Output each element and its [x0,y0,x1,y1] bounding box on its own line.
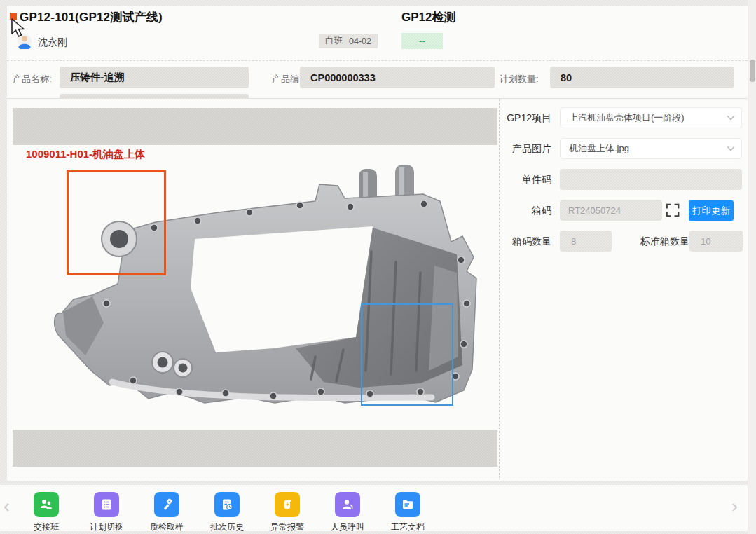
plan-qty-label: 计划数量: [500,73,539,85]
annotation-box-blue [361,303,453,406]
chevron-down-icon [727,115,735,121]
alarm-icon [275,492,300,517]
toolbar-label: 质检取样 [150,521,184,533]
station-title: GP12-101(GP12测试产线) [20,9,163,25]
status-badge: -- [401,33,443,49]
handover-people-icon [34,492,59,517]
toolbar-label: 批次历史 [210,521,244,533]
gp12-inspection-screen: GP12-101(GP12测试产线) GP12检测 沈永刚 白班 04-02 -… [0,0,756,534]
box-qty-input[interactable]: 8 [560,231,612,252]
main-area: 1009011-H01-机油盘上体 [7,99,748,479]
user-name: 沈永刚 [38,36,67,49]
std-box-qty-input[interactable]: 10 [689,231,743,252]
shift-label: 白班 [325,35,343,47]
print-update-button[interactable]: 打印更新 [689,200,734,221]
person-call-icon [335,492,360,517]
sampling-tool-icon [154,492,179,517]
scrollbar-thumb[interactable] [750,60,755,82]
project-value: 上汽机油盘壳体项目(一阶段) [569,111,685,124]
product-image-panel: 1009011-H01-机油盘上体 [7,99,500,479]
product-image-label: 产品图片 [500,143,551,156]
product-image-row: 产品图片 机油盘上体.jpg [500,138,748,159]
unit-code-row: 单件码 [500,169,748,190]
product-code-value: CP000000333 [310,72,376,83]
product-name-label: 产品名称: [13,73,52,85]
project-row: GP12项目 上汽机油盘壳体项目(一阶段) [500,107,748,128]
product-name-input[interactable]: 压铸件-追溯 [60,67,249,88]
shift-date: 04-02 [349,36,371,46]
toolbar-item-quality-sampling[interactable]: 质检取样 [146,492,188,533]
toolbar-items: 交接班 计划切换 [25,492,429,533]
project-label: GP12项目 [500,112,551,125]
box-qty-label: 箱码数量 [500,235,551,248]
part-number-label: 1009011-H01-机油盘上体 [26,148,145,161]
toolbar-scroll-right-icon[interactable]: › [731,493,738,519]
toolbar-label: 计划切换 [90,521,123,533]
toolbar-item-plan-switch[interactable]: 计划切换 [85,492,128,533]
chevron-down-icon [727,146,735,151]
toolbar-item-process-document[interactable]: 工艺文档 [387,492,429,533]
content-panel: GP12-101(GP12测试产线) GP12检测 沈永刚 白班 04-02 -… [7,6,748,481]
toolbar-label: 交接班 [34,521,59,533]
vertical-scrollbar[interactable] [748,0,756,534]
project-select[interactable]: 上汽机油盘壳体项目(一阶段) [560,107,742,128]
toolbar-scroll-left-icon[interactable]: ‹ [4,493,10,519]
product-form-row: 产品名称: 压铸件-追溯 产品编号: CP000000333 计划数量: 80 [7,61,748,99]
toolbar-label: 人员呼叫 [331,521,364,533]
product-code-input[interactable]: CP000000333 [300,67,495,88]
std-box-qty-value: 10 [701,236,710,247]
product-image-select[interactable]: 机油盘上体.jpg [560,138,742,159]
clipped-input [60,94,249,99]
toolbar-item-shift-handover[interactable]: 交接班 [25,492,67,533]
mouse-cursor-icon [11,18,27,39]
box-code-value: RT24050724 [568,205,621,216]
toolbar-label: 异常报警 [270,521,304,533]
unit-code-label: 单件码 [500,174,551,186]
scan-frame-icon[interactable] [665,203,680,218]
shift-badge: 白班 04-02 [319,34,378,48]
toolbar-label: 工艺文档 [391,521,425,533]
footer-toolbar: ‹ › 交接班 [0,485,748,531]
product-image-value: 机油盘上体.jpg [569,142,629,155]
toolbar-item-abnormal-alarm[interactable]: 异常报警 [266,492,308,533]
page-title: GP12检测 [401,9,455,25]
oil-pan-photo [42,160,494,427]
toolbar-item-personnel-call[interactable]: 人员呼叫 [327,492,369,533]
plan-checklist-icon [94,492,119,517]
batch-history-icon [214,492,240,517]
std-box-qty-label: 标准箱数量 [633,235,689,248]
header-bar: GP12-101(GP12测试产线) GP12检测 沈永刚 白班 04-02 -… [7,6,748,61]
unit-code-input[interactable] [560,169,742,190]
image-panel-top-bar [13,108,497,145]
box-code-row: 箱码 RT24050724 打印更新 [500,200,748,221]
box-qty-value: 8 [571,236,576,247]
product-name-value: 压铸件-追溯 [70,71,124,84]
toolbar-item-batch-history[interactable]: 批次历史 [206,492,248,533]
annotation-box-orange [67,170,166,275]
plan-qty-input[interactable]: 80 [550,67,734,88]
plan-qty-value: 80 [561,72,572,83]
box-qty-row: 箱码数量 8 标准箱数量 10 [500,231,748,252]
box-code-input[interactable]: RT24050724 [560,200,662,221]
process-doc-icon [395,492,420,517]
image-panel-bottom-bar [13,430,497,467]
box-code-label: 箱码 [500,205,551,217]
gp12-detail-panel: GP12项目 上汽机油盘壳体项目(一阶段) 产品图片 机油盘上体.jpg [500,99,748,479]
